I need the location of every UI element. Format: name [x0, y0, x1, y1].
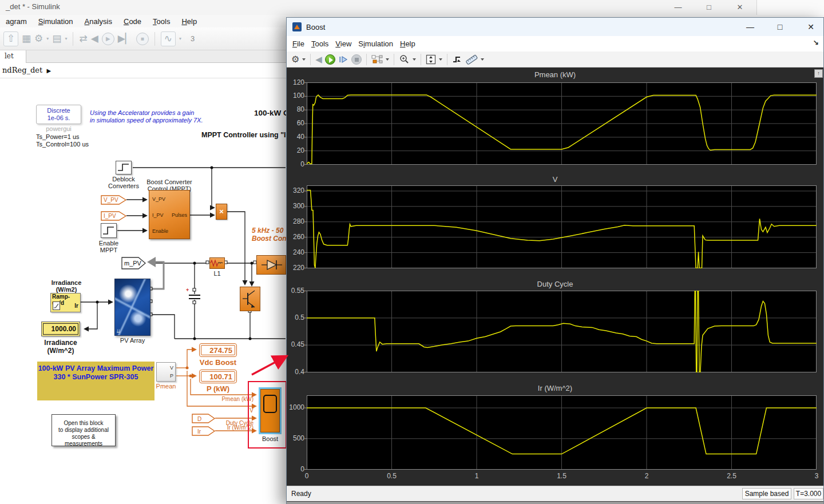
red-annotation-arrow [246, 349, 298, 383]
chevron-down-icon[interactable] [481, 58, 484, 61]
scope-step-forward-icon[interactable] [338, 55, 348, 64]
x-tick-label: 2 [637, 472, 656, 480]
menu-view[interactable]: View [332, 38, 355, 49]
y-tick-label: 20 [287, 146, 304, 154]
scope-step-back-icon[interactable]: ◀ [315, 54, 322, 65]
y-tick-label: 120 [287, 78, 304, 86]
chart-title: Ir (W/m^2) [287, 384, 823, 392]
scope-minimize-button[interactable]: — [739, 19, 762, 35]
menubar-overflow-icon[interactable]: ↘ [813, 38, 819, 46]
x-tick-label: 0 [297, 472, 316, 480]
scope-menubar: FileToolsViewSimulationHelp [287, 36, 823, 51]
zoom-icon[interactable] [399, 54, 410, 65]
scope-stop-icon[interactable] [351, 54, 362, 65]
fit-to-view-icon[interactable] [426, 54, 436, 65]
y-tick-label: 300 [287, 202, 304, 210]
x-tick-label: 3 [807, 472, 824, 480]
scope-window: Boost — □ ✕ FileToolsViewSimulationHelp … [286, 17, 824, 504]
y-tick-label: 60 [287, 119, 304, 127]
y-tick-label: 40 [287, 133, 304, 141]
measurements-ruler-icon[interactable] [465, 54, 478, 65]
signal-selector-icon[interactable] [371, 54, 383, 64]
chart-plot[interactable] [303, 291, 818, 372]
scope-app-icon [292, 22, 302, 31]
status-sample-based: Sample based [742, 488, 791, 499]
y-tick-label: 320 [287, 186, 304, 195]
scope-statusbar: Ready Sample based T=3.000 [287, 486, 823, 501]
chevron-down-icon[interactable] [413, 58, 416, 61]
y-tick-label: 0.5 [287, 313, 304, 322]
chart-plot[interactable] [303, 395, 818, 470]
y-tick-label: 80 [287, 105, 304, 113]
status-ready: Ready [291, 490, 311, 498]
scope-close-button[interactable]: ✕ [799, 19, 822, 35]
toolbar-separator [366, 54, 367, 65]
screen: _det * - Simulink — □ ✕ agramSimulationA… [0, 0, 824, 504]
toolbar-separator [421, 54, 421, 65]
y-tick-label: 100 [287, 92, 304, 100]
y-tick-label: 0.45 [287, 340, 304, 348]
x-tick-label: 1.5 [552, 472, 572, 480]
y-tick-label: 0 [287, 160, 304, 168]
y-tick-label: 260 [287, 233, 304, 241]
trigger-icon[interactable] [452, 54, 462, 65]
toolbar-separator [447, 54, 447, 65]
svg-text:+: + [186, 287, 189, 293]
y-tick-label: 280 [287, 217, 304, 225]
toolbar-separator [310, 54, 311, 65]
x-tick-label: 0.5 [382, 472, 402, 480]
scope-maximize-button[interactable]: □ [768, 19, 791, 35]
chart-title: V [287, 175, 823, 184]
scope-chart-area[interactable]: ↑ Pmean (kW)020406080100120V220240260280… [287, 68, 823, 486]
chevron-down-icon[interactable] [439, 58, 442, 61]
scope-run-icon[interactable] [325, 54, 335, 65]
y-tick-label: 0.55 [287, 287, 304, 295]
toolbar-separator [394, 54, 394, 65]
scope-window-bottom-frame [287, 501, 823, 504]
menu-file[interactable]: File [289, 38, 308, 49]
y-tick-label: 220 [287, 264, 304, 272]
x-tick-label: 1 [467, 472, 486, 480]
chart-title: Duty Cycle [287, 280, 823, 288]
scope-window-title: Boost [306, 23, 325, 31]
chevron-down-icon[interactable] [386, 58, 389, 61]
scope-settings-icon[interactable]: ⚙ [291, 54, 299, 65]
menu-tools[interactable]: Tools [308, 38, 332, 49]
chart-plot[interactable] [303, 185, 818, 268]
x-tick-label: 2.5 [722, 472, 742, 480]
scope-toolbar: ⚙ ◀ [287, 51, 823, 68]
chart-title: Pmean (kW) [287, 70, 823, 79]
chevron-down-icon[interactable] [302, 58, 306, 61]
status-time: T=3.000 [794, 488, 823, 499]
menu-help[interactable]: Help [397, 38, 419, 49]
chart-plot[interactable] [303, 82, 818, 165]
y-tick-label: 240 [287, 248, 304, 256]
y-tick-label: 1000 [287, 403, 304, 411]
menu-simulation[interactable]: Simulation [355, 38, 397, 49]
y-tick-label: 500 [287, 434, 304, 442]
